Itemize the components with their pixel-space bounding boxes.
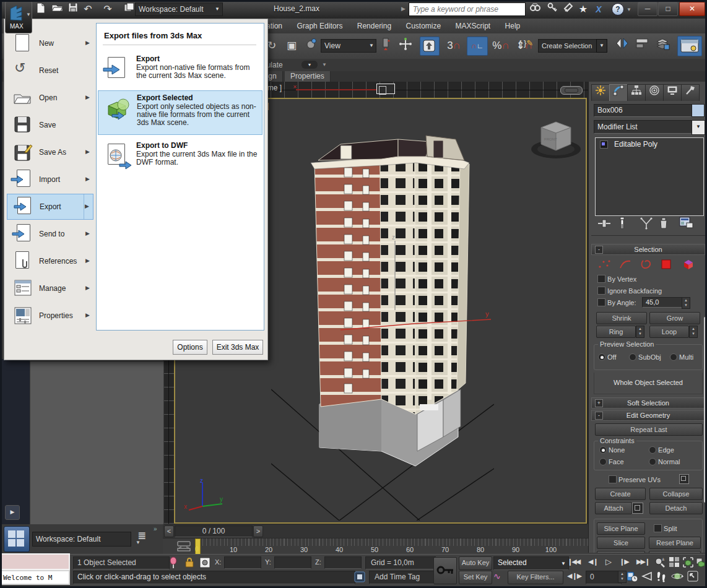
goto-start-button[interactable]: ❙◀◀ — [567, 558, 579, 566]
menu-item-save-as[interactable]: Save As▶ — [7, 139, 93, 166]
slice-plane-button[interactable]: Slice Plane — [597, 522, 645, 535]
default-in-out-tangent-icon[interactable]: ∿ — [493, 571, 501, 581]
preserve-uvs-settings[interactable] — [679, 474, 689, 484]
angle-spinner[interactable]: ▲▼ — [682, 297, 690, 309]
next-frame-button[interactable]: ❙▶ — [619, 558, 629, 566]
object-name-field[interactable]: Box006 — [594, 104, 693, 117]
layer-manager-icon[interactable] — [654, 37, 672, 54]
x-field[interactable] — [224, 556, 261, 569]
workspace-dropdown[interactable]: Workspace: Default ▼ — [135, 2, 223, 16]
repeat-last-button[interactable]: Repeat Last — [595, 423, 703, 436]
modifier-list-dropdown[interactable]: Modifier List — [594, 120, 699, 134]
maximize-button[interactable]: □ — [658, 2, 678, 16]
menu-item-save[interactable]: Save — [7, 112, 93, 139]
zoom-icon[interactable]: ± — [654, 556, 666, 570]
modifier-stack[interactable]: Editable Poly — [595, 137, 704, 216]
orbit-icon[interactable] — [671, 571, 683, 584]
attach-button[interactable]: Attach — [595, 502, 632, 514]
menu-graph-editors[interactable]: Graph Editors — [290, 19, 349, 33]
trackbar-right-button[interactable]: > — [253, 525, 263, 537]
menu-rendering[interactable]: Rendering — [351, 19, 397, 33]
snap-toggle-3d-icon[interactable]: 3∩ — [443, 37, 464, 54]
constraint-edge-radio[interactable]: Edge — [649, 446, 674, 454]
remove-modifier-icon[interactable] — [658, 217, 669, 232]
angle-value-field[interactable]: 45,0 — [642, 297, 687, 308]
trackbar-left-button[interactable]: < — [164, 525, 174, 537]
selection-lock-icon[interactable] — [184, 557, 194, 569]
menu-item-import[interactable]: Import▶ — [7, 166, 93, 194]
keyboard-override-button[interactable] — [420, 37, 440, 56]
menu-item-export[interactable]: Export ▶ — [7, 194, 93, 220]
selected-filter-dropdown[interactable]: Selected ▼ — [493, 556, 569, 570]
selection-rollout-header[interactable]: - Selection — [591, 244, 705, 255]
collapse-button[interactable]: Collapse — [649, 488, 703, 500]
menu-item-references[interactable]: References▶ — [7, 248, 93, 275]
tab-create[interactable] — [591, 84, 610, 101]
tab-utilities[interactable] — [681, 84, 700, 101]
viewport-layout-tabs-icon[interactable] — [4, 526, 30, 552]
key-icon[interactable] — [545, 2, 560, 16]
curve-editor-toggle[interactable] — [677, 36, 702, 56]
submenu-export-to-dwf[interactable]: Export to DWF Export the current 3ds Max… — [98, 139, 262, 175]
make-unique-icon[interactable] — [640, 217, 653, 231]
show-end-result-icon[interactable] — [618, 217, 626, 232]
ring-spinner[interactable]: ▲▼ — [636, 326, 644, 338]
search-input[interactable] — [409, 2, 526, 16]
panel-scrollbar[interactable] — [704, 317, 706, 503]
absolute-offset-toggle[interactable] — [199, 557, 210, 570]
edit-geometry-rollout[interactable]: - Edit Geometry — [591, 410, 705, 421]
tab-hierarchy[interactable] — [627, 84, 646, 101]
menu-item-properties[interactable]: Properties▶ — [7, 303, 93, 330]
border-subobject-icon[interactable] — [640, 259, 653, 272]
favorites-star-icon[interactable]: ★ — [576, 2, 591, 16]
key-mode-toggle[interactable]: ◀❙▶ — [567, 572, 581, 580]
configure-modifier-sets-icon[interactable] — [679, 217, 694, 231]
preview-subobj-radio[interactable]: SubObj — [629, 353, 661, 361]
mini-curve-editor-icon[interactable] — [176, 540, 191, 555]
reference-coordinate-dropdown[interactable]: View ▼ — [321, 39, 376, 53]
menu-item-new[interactable]: New▶ — [7, 30, 93, 58]
tab-properties[interactable]: Properties — [285, 71, 331, 82]
shrink-button[interactable]: Shrink — [596, 312, 647, 324]
ribbon-minimize-button[interactable]: ▼ — [301, 61, 318, 69]
polygon-subobject-icon[interactable] — [661, 259, 673, 272]
exit-button[interactable]: Exit 3ds Max — [212, 340, 263, 355]
loop-spinner[interactable]: ▲▼ — [689, 326, 698, 338]
fov-icon[interactable] — [641, 571, 654, 584]
set-keys-button[interactable] — [433, 557, 457, 584]
angle-snap-toggle[interactable]: ∩∟ — [467, 37, 488, 56]
by-angle-checkbox[interactable]: By Angle: — [597, 298, 636, 306]
mirror-icon[interactable] — [613, 37, 631, 54]
submenu-export[interactable]: Export Export non-native file formats fr… — [98, 52, 262, 88]
constraint-normal-radio[interactable]: Normal — [649, 458, 680, 465]
menu-maxscript[interactable]: MAXScript — [449, 19, 497, 33]
frame-spinner[interactable]: ▲▼ — [618, 571, 627, 583]
y-field[interactable] — [274, 556, 311, 569]
workspace-selector[interactable]: Workspace: Default ▼ — [32, 532, 131, 547]
options-button[interactable]: Options — [173, 340, 207, 355]
menu-item-reset[interactable]: ↺ Reset — [7, 58, 93, 85]
modifier-list-caret[interactable]: ▼ — [692, 120, 705, 135]
quickslice-button[interactable]: QuickSlice — [597, 551, 645, 553]
timeline[interactable]: 0 10 20 30 40 50 60 70 80 90 100 — [163, 538, 588, 555]
viewcube[interactable]: FRONT — [525, 115, 587, 163]
grow-button[interactable]: Grow — [649, 312, 700, 324]
detach-button[interactable]: Detach — [649, 502, 703, 514]
maximize-viewport-toggle[interactable] — [687, 571, 698, 584]
zoom-all-icon[interactable] — [669, 556, 680, 569]
tab-display[interactable] — [663, 84, 682, 101]
ribbon-caret-icon[interactable]: ▼ — [322, 62, 327, 67]
submenu-export-selected[interactable]: Export Selected Export only selected obj… — [98, 90, 262, 135]
create-button[interactable]: Create — [595, 488, 646, 500]
help-caret-icon[interactable]: ▼ — [627, 7, 631, 12]
preserve-uvs-checkbox[interactable]: Preserve UVs — [609, 475, 661, 483]
help-icon[interactable]: ? — [612, 3, 624, 15]
project-folder-icon[interactable] — [121, 2, 136, 16]
align-icon[interactable] — [633, 37, 651, 54]
split-checkbox[interactable]: Split — [654, 524, 677, 532]
redo-button[interactable]: ↷ — [100, 2, 115, 16]
soft-selection-rollout[interactable]: + Soft Selection — [591, 397, 705, 409]
preview-multi-radio[interactable]: Multi — [670, 353, 693, 361]
communication-center-icon[interactable] — [561, 2, 576, 16]
attach-options[interactable] — [632, 503, 643, 514]
